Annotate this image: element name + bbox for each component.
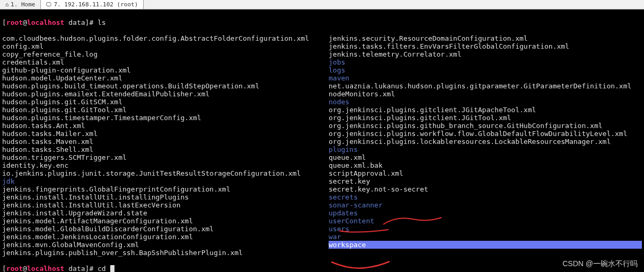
directory-item: logs (329, 66, 642, 74)
file-item: jenkins.install.UpgradeWizard.state (2, 209, 329, 217)
file-item: com.cloudbees.hudson.plugins.folder.conf… (2, 34, 329, 42)
terminal-output[interactable]: [root@localhost data]# ls com.cloudbees.… (0, 10, 644, 272)
file-item: queue.xml.bak (329, 161, 642, 169)
directory-item: users (329, 225, 642, 233)
prompt-path: data]# (64, 265, 98, 272)
file-item: jenkins.telemetry.Correlator.xml (329, 50, 642, 58)
file-item: github-plugin-configuration.xml (2, 66, 329, 74)
file-item: net.uaznia.lukanus.hudson.plugins.gitpar… (329, 82, 642, 90)
file-item: hudson.model.UpdateCenter.xml (2, 74, 329, 82)
prompt-path: data]# (64, 19, 98, 26)
tab-bar: ⌂ 1. Home 🖵 7. 192.168.11.102 (root) (0, 0, 644, 10)
file-item: org.jenkinsci.plugins.workflow.flow.Glob… (329, 130, 642, 138)
file-item: jenkins.plugins.publish_over_ssh.BapSshP… (2, 249, 329, 257)
tab-label: 7. 192.168.11.102 (root) (54, 1, 138, 8)
directory-item: workspace (329, 241, 642, 249)
file-item: jenkins.install.InstallUtil.lastExecVers… (2, 201, 329, 209)
file-item: copy_reference_file.log (2, 50, 329, 58)
file-item: org.jenkinsci.plugins.lockableresources.… (329, 138, 642, 146)
file-item: hudson.tasks.Shell.xml (2, 146, 329, 153)
tab-home[interactable]: ⌂ 1. Home (0, 0, 41, 9)
file-item: org.jenkinsci.plugins.github_branch_sour… (329, 122, 642, 130)
directory-item: nodes (329, 98, 642, 106)
file-item: jenkins.security.ResourceDomainConfigura… (329, 34, 642, 42)
file-item: jenkins.mvn.GlobalMavenConfig.xml (2, 241, 329, 249)
file-item: hudson.tasks.Maven.xml (2, 138, 329, 146)
terminal-icon: 🖵 (46, 2, 51, 7)
file-item: io.jenkins.plugins.junit.storage.JunitTe… (2, 169, 329, 177)
prompt-user: root (6, 19, 23, 26)
file-item: config.xml (2, 42, 329, 50)
file-item: hudson.triggers.SCMTrigger.xml (2, 153, 329, 161)
watermark: CSDN @一碗水不行吗 (562, 259, 638, 269)
file-item: jenkins.install.InstallUtil.installingPl… (2, 193, 329, 201)
file-item: credentials.xml (2, 58, 329, 66)
directory-item: war (329, 233, 642, 241)
directory-item: sonar-scanner (329, 201, 642, 209)
tab-ssh-session[interactable]: 🖵 7. 192.168.11.102 (root) (41, 0, 144, 9)
directory-item: plugins (329, 146, 642, 153)
directory-item: updates (329, 209, 642, 217)
prompt-line: [root@localhost data]# cd (2, 265, 642, 272)
prompt-host: localhost (27, 19, 64, 26)
prompt-host: localhost (27, 265, 64, 272)
file-item: scriptApproval.xml (329, 169, 642, 177)
home-icon: ⌂ (5, 2, 8, 7)
prompt-line: [root@localhost data]# ls (2, 19, 642, 26)
file-item: hudson.tasks.Mailer.xml (2, 130, 329, 138)
file-item: secret.key.not-so-secret (329, 185, 642, 193)
file-item: hudson.plugins.git.GitSCM.xml (2, 98, 329, 106)
cursor (110, 265, 114, 272)
directory-item: jdk (2, 177, 329, 185)
file-item: identity.key.enc (2, 161, 329, 169)
file-item: jenkins.fingerprints.GlobalFingerprintCo… (2, 185, 329, 193)
directory-item: jobs (329, 58, 642, 66)
directory-item: userContent (329, 217, 642, 225)
file-item: jenkins.model.JenkinsLocationConfigurati… (2, 233, 329, 241)
file-item: hudson.plugins.emailext.ExtendedEmailPub… (2, 90, 329, 98)
file-item: jenkins.model.ArtifactManagerConfigurati… (2, 217, 329, 225)
file-item: queue.xml (329, 153, 642, 161)
tab-label: 1. Home (11, 1, 35, 8)
directory-item: secrets (329, 193, 642, 201)
file-listing: com.cloudbees.hudson.plugins.folder.conf… (2, 34, 642, 257)
file-item: hudson.plugins.timestamper.TimestamperCo… (2, 114, 329, 122)
file-item: secret.key (329, 177, 642, 185)
file-item: org.jenkinsci.plugins.gitclient.JGitTool… (329, 114, 642, 122)
file-item: jenkins.model.GlobalBuildDiscarderConfig… (2, 225, 329, 233)
directory-item: maven (329, 74, 642, 82)
file-item: nodeMonitors.xml (329, 90, 642, 98)
file-item: hudson.tasks.Ant.xml (2, 122, 329, 130)
file-item: jenkins.tasks.filters.EnvVarsFilterGloba… (329, 42, 642, 50)
file-item: hudson.plugins.git.GitTool.xml (2, 106, 329, 114)
command: ls (98, 19, 106, 26)
prompt-user: root (6, 265, 23, 272)
command: cd (98, 265, 110, 272)
file-item: org.jenkinsci.plugins.gitclient.JGitApac… (329, 106, 642, 114)
file-item: hudson.plugins.build_timeout.operations.… (2, 82, 329, 90)
